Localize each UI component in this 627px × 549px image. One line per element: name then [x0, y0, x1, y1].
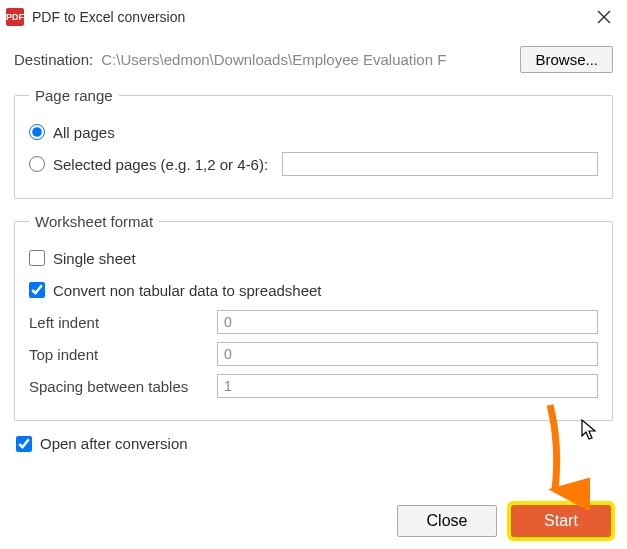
titlebar: PDF PDF to Excel conversion	[0, 0, 627, 34]
destination-path: C:\Users\edmon\Downloads\Employee Evalua…	[101, 51, 512, 68]
selected-pages-input[interactable]	[282, 152, 598, 176]
open-after-label: Open after conversion	[40, 435, 188, 452]
close-icon	[597, 10, 611, 24]
worksheet-format-group: Worksheet format Single sheet Convert no…	[14, 213, 613, 421]
destination-label: Destination:	[14, 51, 93, 68]
single-sheet-label: Single sheet	[53, 250, 136, 267]
convert-non-tabular-label: Convert non tabular data to spreadsheet	[53, 282, 322, 299]
left-indent-label: Left indent	[29, 314, 217, 331]
worksheet-format-legend: Worksheet format	[29, 213, 159, 230]
close-button[interactable]: Close	[397, 505, 497, 537]
page-range-group: Page range All pages Selected pages (e.g…	[14, 87, 613, 199]
open-after-checkbox[interactable]	[16, 436, 32, 452]
top-indent-label: Top indent	[29, 346, 217, 363]
window-title: PDF to Excel conversion	[32, 9, 589, 25]
dialog-footer: Close Start	[397, 505, 611, 537]
selected-pages-radio[interactable]	[29, 156, 45, 172]
all-pages-label: All pages	[53, 124, 115, 141]
convert-non-tabular-checkbox[interactable]	[29, 282, 45, 298]
spacing-input[interactable]	[217, 374, 598, 398]
selected-pages-label: Selected pages (e.g. 1,2 or 4-6):	[53, 156, 268, 173]
window-close-button[interactable]	[589, 2, 619, 32]
browse-button[interactable]: Browse...	[520, 46, 613, 73]
destination-row: Destination: C:\Users\edmon\Downloads\Em…	[14, 46, 613, 73]
spacing-label: Spacing between tables	[29, 378, 217, 395]
page-range-legend: Page range	[29, 87, 119, 104]
single-sheet-checkbox[interactable]	[29, 250, 45, 266]
pdf-app-icon: PDF	[6, 8, 24, 26]
dialog-content: Destination: C:\Users\edmon\Downloads\Em…	[0, 34, 627, 466]
top-indent-input[interactable]	[217, 342, 598, 366]
left-indent-input[interactable]	[217, 310, 598, 334]
start-button[interactable]: Start	[511, 505, 611, 537]
all-pages-radio[interactable]	[29, 124, 45, 140]
